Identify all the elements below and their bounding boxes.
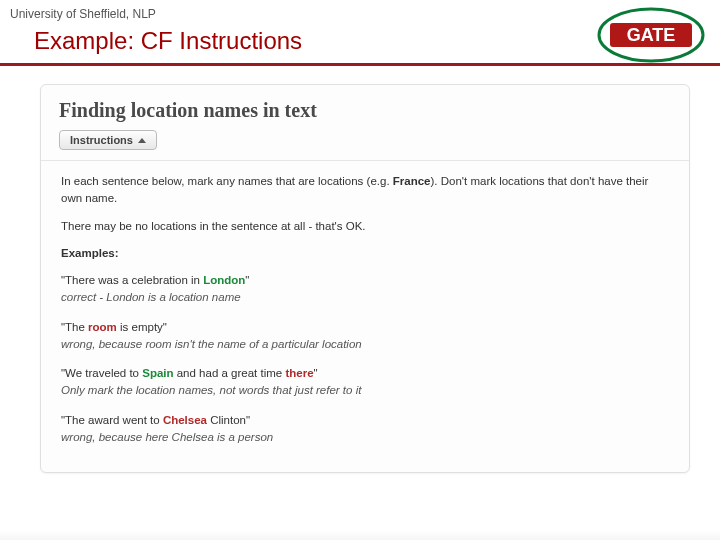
caret-up-icon xyxy=(138,138,146,143)
panel-heading: Finding location names in text xyxy=(41,85,689,130)
highlight-token: Spain xyxy=(142,367,173,379)
example-note: wrong, because here Chelsea is a person xyxy=(61,429,669,446)
instructions-panel: Finding location names in text Instructi… xyxy=(40,84,690,473)
intro-line-1: In each sentence below, mark any names t… xyxy=(61,173,669,208)
example-note: correct - London is a location name xyxy=(61,289,669,306)
highlight-token: there xyxy=(285,367,313,379)
instructions-toggle-button[interactable]: Instructions xyxy=(59,130,157,150)
highlight-token: Chelsea xyxy=(163,414,207,426)
highlight-token: London xyxy=(203,274,245,286)
footer-shadow xyxy=(0,530,720,540)
logo-text: GATE xyxy=(627,25,676,45)
examples-label: Examples: xyxy=(61,245,669,262)
instructions-body: In each sentence below, mark any names t… xyxy=(41,160,689,472)
slide-header: University of Sheffield, NLP Example: CF… xyxy=(0,0,720,55)
intro-line-2: There may be no locations in the sentenc… xyxy=(61,218,669,235)
example-item: "The award went to Chelsea Clinton" wron… xyxy=(61,412,669,447)
example-note: wrong, because room isn't the name of a … xyxy=(61,336,669,353)
example-item: "We traveled to Spain and had a great ti… xyxy=(61,365,669,400)
example-note: Only mark the location names, not words … xyxy=(61,382,669,399)
example-sentence: "We traveled to Spain and had a great ti… xyxy=(61,365,669,382)
example-sentence: "There was a celebration in London" xyxy=(61,272,669,289)
example-item: "There was a celebration in London" corr… xyxy=(61,272,669,307)
example-sentence: "The room is empty" xyxy=(61,319,669,336)
instructions-button-label: Instructions xyxy=(70,134,133,146)
highlight-token: room xyxy=(88,321,117,333)
gate-logo: GATE xyxy=(596,6,706,64)
example-sentence: "The award went to Chelsea Clinton" xyxy=(61,412,669,429)
example-item: "The room is empty" wrong, because room … xyxy=(61,319,669,354)
